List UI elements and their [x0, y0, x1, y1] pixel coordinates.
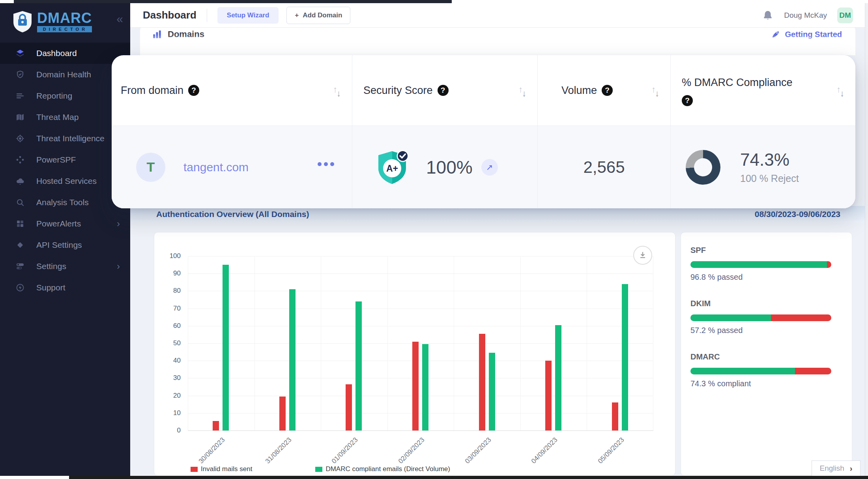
- legend-item: Invalid mails sent: [191, 465, 252, 473]
- stat-caption: 74.3 % compliant: [690, 379, 836, 388]
- stat-failed-portion: [771, 314, 831, 321]
- sidebar-item-reporting[interactable]: Reporting: [0, 85, 130, 107]
- help-icon[interactable]: ?: [682, 95, 693, 106]
- x-axis-label: 05/09/2023: [578, 436, 626, 479]
- help-icon[interactable]: ?: [602, 85, 613, 96]
- sort-icon[interactable]: ↑↓: [333, 84, 341, 99]
- language-selector[interactable]: English ›: [812, 460, 861, 476]
- chart-legend: Invalid mails sentDMARC compliant emails…: [191, 465, 450, 473]
- sidebar-item-settings[interactable]: Settings›: [0, 256, 130, 277]
- gridline: [520, 256, 521, 430]
- bar-invalid-mails-sent: [412, 342, 419, 430]
- chart-download-button[interactable]: [633, 246, 652, 265]
- gridline: [321, 256, 321, 430]
- security-score-cell: A+ 100% ↗: [352, 125, 538, 208]
- domain-initial-avatar: T: [136, 153, 165, 182]
- language-label: English: [820, 464, 844, 473]
- more-options-icon[interactable]: [318, 162, 334, 166]
- getting-started-link[interactable]: Getting Started: [771, 30, 842, 39]
- sort-icon[interactable]: ↑↓: [518, 84, 526, 99]
- bar-dmarc-compliant-emails-direct-volume-: [422, 344, 428, 430]
- x-axis-label: 04/09/2023: [512, 436, 559, 479]
- stat-progress-bar: [690, 368, 831, 374]
- y-axis-tick: 60: [161, 322, 181, 330]
- logo-row: DMARC DIRECTOR «: [0, 3, 130, 39]
- add-domain-button[interactable]: +Add Domain: [286, 7, 350, 24]
- gridline: [188, 430, 653, 431]
- setup-wizard-button[interactable]: Setup Wizard: [217, 7, 279, 24]
- domains-card-strip: Domains Getting Started: [140, 25, 855, 55]
- stat-dmarc: DMARC74.3 % compliant: [690, 352, 836, 388]
- bar-dmarc-compliant-emails-direct-volume-: [355, 301, 362, 430]
- security-score-label: Security Score: [363, 82, 433, 98]
- bar-dmarc-compliant-emails-direct-volume-: [489, 353, 495, 430]
- security-score-value: 100%: [426, 157, 473, 178]
- help-icon[interactable]: ?: [188, 85, 199, 96]
- stat-label: DKIM: [690, 299, 836, 308]
- analysis-tools-icon: [15, 197, 25, 208]
- gridline: [188, 291, 653, 291]
- topbar-right: Doug McKay DM: [762, 7, 853, 23]
- sort-icon[interactable]: ↑↓: [651, 84, 659, 99]
- scrollbar-track[interactable]: [865, 3, 868, 476]
- support-icon: [15, 283, 25, 293]
- sidebar-item-domain-health[interactable]: Domain Health: [0, 64, 130, 85]
- gridline: [188, 413, 653, 414]
- sidebar-item-dashboard[interactable]: Dashboard: [0, 43, 130, 64]
- stat-label: SPF: [690, 246, 836, 255]
- stat-caption: 57.2 % passed: [690, 326, 836, 335]
- compliance-cell: 74.3% 100 % Reject: [671, 125, 855, 208]
- y-axis-tick: 70: [161, 305, 181, 312]
- sidebar-item-threat-map[interactable]: Threat Map: [0, 107, 130, 128]
- sidebar-collapse-icon[interactable]: «: [116, 13, 123, 30]
- brand-wordmark: DMARC DIRECTOR: [37, 11, 92, 32]
- legend-item: DMARC compliant emails (Direct Volume): [315, 465, 450, 473]
- stat-label: DMARC: [690, 352, 836, 361]
- topbar-divider: [207, 9, 207, 22]
- sidebar-item-poweralerts[interactable]: PowerAlerts›: [0, 213, 130, 234]
- bar-dmarc-compliant-emails-direct-volume-: [555, 325, 561, 430]
- domain-link[interactable]: tangent.com: [183, 161, 249, 174]
- bar-invalid-mails-sent: [612, 402, 618, 430]
- gridline: [188, 378, 653, 378]
- sort-icon[interactable]: ↑↓: [836, 84, 844, 99]
- sidebar-item-label: Hosted Services: [36, 176, 97, 186]
- user-avatar[interactable]: DM: [837, 7, 853, 23]
- compliance-text-block: 74.3% 100 % Reject: [740, 150, 799, 184]
- domains-section-title: Domains: [168, 29, 204, 39]
- score-details-button[interactable]: ↗: [481, 159, 498, 176]
- legend-label: DMARC compliant emails (Direct Volume): [326, 465, 450, 473]
- y-axis-tick: 20: [161, 392, 181, 400]
- sidebar-item-support[interactable]: Support: [0, 277, 130, 298]
- sidebar-item-analysis-tools[interactable]: Analysis Tools›: [0, 192, 130, 213]
- api-settings-icon: [15, 240, 25, 250]
- notification-bell-icon[interactable]: [762, 9, 774, 21]
- auth-overview-date-range: 08/30/2023-09/06/2023: [755, 210, 840, 219]
- y-axis-tick: 10: [161, 409, 181, 417]
- powerspf-icon: [15, 155, 25, 165]
- y-axis-tick: 90: [161, 269, 181, 277]
- help-icon[interactable]: ?: [438, 85, 449, 96]
- gridline: [188, 256, 653, 256]
- sidebar-item-label: PowerSPF: [36, 155, 76, 165]
- brand-subtitle: DIRECTOR: [37, 26, 92, 32]
- bar-invalid-mails-sent: [213, 421, 219, 430]
- bar-invalid-mails-sent: [545, 361, 552, 430]
- bar-chart-icon: [152, 29, 162, 39]
- sidebar-item-api-settings[interactable]: API Settings: [0, 234, 130, 256]
- bar-dmarc-compliant-emails-direct-volume-: [622, 284, 628, 430]
- gridline: [454, 256, 454, 430]
- add-domain-label: Add Domain: [303, 11, 342, 19]
- sidebar-item-powerspf[interactable]: PowerSPF: [0, 149, 130, 170]
- sidebar-item-label: Dashboard: [36, 49, 77, 58]
- window-bottom-edge: [69, 476, 868, 479]
- column-header-security-score: Security Score? ↑↓: [352, 55, 538, 125]
- gridline: [587, 256, 587, 430]
- sidebar-item-threat-intelligence[interactable]: Threat Intelligence: [0, 128, 130, 149]
- stat-spf: SPF96.8 % passed: [690, 246, 836, 282]
- volume-label: Volume: [561, 82, 597, 98]
- y-axis-tick: 40: [161, 357, 181, 365]
- sidebar-item-hosted-services[interactable]: Hosted Services: [0, 170, 130, 192]
- poweralerts-icon: [15, 219, 25, 229]
- gridline: [188, 343, 653, 344]
